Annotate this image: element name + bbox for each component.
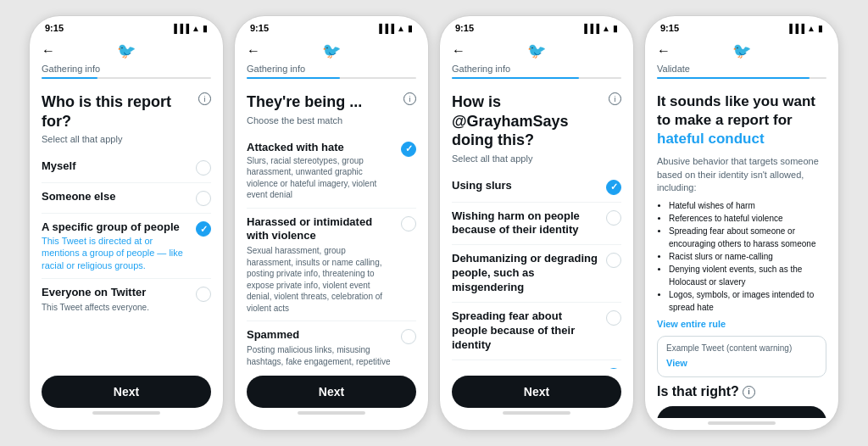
option-specific-group[interactable]: A specific group of people This Tweet is… [42, 214, 211, 279]
phone-header-1: ← 🐦 [30, 36, 223, 64]
wifi-icon-2: ▲ [397, 24, 405, 33]
progress-bar-fill-4 [657, 77, 810, 79]
page-title-2: They're being ... [247, 92, 362, 112]
section-label-4: Validate [657, 64, 826, 74]
info-icon-4[interactable]: i [743, 386, 755, 399]
signal-icon-4: ▐▐▐ [787, 24, 804, 33]
status-bar-4: 9:15 ▐▐▐ ▲ ▮ [645, 16, 838, 36]
time-3: 9:15 [455, 23, 474, 33]
view-rule-link[interactable]: View entire rule [657, 319, 826, 329]
option-someone-else[interactable]: Someone else [42, 183, 211, 214]
twitter-logo-2: 🐦 [322, 42, 341, 60]
progress-bar-fill-2 [247, 77, 340, 79]
bullet-item: Spreading fear about someone or encourag… [669, 225, 826, 250]
bullet-item: Racist slurs or name-calling [669, 250, 826, 263]
is-right-section: Is that right? i Yes, continue report No… [657, 384, 826, 418]
status-icons-2: ▐▐▐ ▲ ▮ [376, 24, 413, 33]
option-harassed[interactable]: Harassed or intimidated with violence Se… [247, 209, 416, 322]
option-spreading-fear[interactable]: Spreading fear about people because of t… [452, 303, 621, 360]
twitter-logo-4: 🐦 [732, 42, 751, 60]
section-label-3: Gathering info [452, 64, 621, 74]
battery-icon-2: ▮ [408, 24, 413, 33]
progress-bar-bg-3 [452, 77, 621, 79]
bullet-item: Denying violent events, such as the Holo… [669, 263, 826, 288]
back-button-2[interactable]: ← [247, 43, 260, 59]
back-button-4[interactable]: ← [657, 43, 670, 59]
yes-continue-button[interactable]: Yes, continue report [657, 406, 826, 418]
example-label: Example Tweet (content warning) [666, 343, 817, 353]
next-button-1[interactable]: Next [42, 376, 211, 408]
status-icons-1: ▐▐▐ ▲ ▮ [171, 24, 208, 33]
next-button-2[interactable]: Next [247, 376, 416, 408]
info-icon-2[interactable]: i [403, 92, 416, 105]
phone-2: 9:15 ▐▐▐ ▲ ▮ ← 🐦 Gathering info They're … [234, 15, 429, 431]
option-wishing-harm[interactable]: Wishing harm on people because of their … [452, 203, 621, 246]
home-indicator-4 [708, 421, 776, 425]
validate-title: It sounds like you want to make a report… [657, 92, 826, 148]
info-icon-1[interactable]: i [198, 92, 211, 105]
option-dehumanizing[interactable]: Dehumanizing or degrading people, such a… [452, 245, 621, 303]
phone-content-2: They're being ... i Choose the best matc… [235, 84, 428, 369]
twitter-logo-3: 🐦 [527, 42, 546, 60]
phones-container: 9:15 ▐▐▐ ▲ ▮ ← 🐦 Gathering info Who is t… [15, 2, 853, 444]
wifi-icon-3: ▲ [602, 24, 610, 33]
option-myself[interactable]: Myself [42, 153, 211, 183]
time-2: 9:15 [250, 23, 269, 33]
page-subtitle-3: Select all that apply [452, 153, 621, 164]
view-tweet-link[interactable]: View [666, 358, 687, 368]
option-everyone[interactable]: Everyone on Twitter This Tweet affects e… [42, 279, 211, 320]
phone-content-4: It sounds like you want to make a report… [645, 84, 838, 418]
phone-header-2: ← 🐦 [235, 36, 428, 64]
wifi-icon: ▲ [192, 24, 200, 33]
phone-1: 9:15 ▐▐▐ ▲ ▮ ← 🐦 Gathering info Who is t… [29, 15, 224, 431]
progress-bar-bg-1 [42, 77, 211, 79]
page-subtitle-2: Choose the best match [247, 115, 416, 125]
page-subtitle-1: Select all that apply [42, 134, 211, 144]
radio-someone-else [196, 191, 211, 206]
radio-spreading-fear [606, 310, 621, 326]
status-icons-4: ▐▐▐ ▲ ▮ [787, 24, 823, 33]
next-button-3[interactable]: Next [452, 376, 621, 408]
page-title-3: How is @GrayhamSays doing this? [452, 92, 609, 150]
radio-wishing-harm [606, 210, 621, 226]
phone-footer-2: Next [235, 369, 428, 430]
phone-footer-1: Next [30, 369, 223, 430]
section-label-1: Gathering info [42, 64, 211, 74]
status-bar-1: 9:15 ▐▐▐ ▲ ▮ [30, 16, 223, 36]
signal-icon-3: ▐▐▐ [581, 24, 599, 33]
option-attacked[interactable]: Attacked with hate Slurs, racial stereot… [247, 134, 416, 209]
signal-icon: ▐▐▐ [171, 24, 189, 33]
back-button-1[interactable]: ← [42, 43, 55, 59]
phone-header-4: ← 🐦 [645, 36, 838, 64]
phone-content-3: How is @GrayhamSays doing this? i Select… [440, 84, 633, 369]
progress-section-3: Gathering info [440, 64, 633, 84]
option-encouraging-harass[interactable]: Encouraging others to harass people base… [452, 360, 621, 369]
phone-content-1: Who is this report for? i Select all tha… [30, 84, 223, 369]
bullet-item: Hateful wishes of harm [669, 199, 826, 212]
progress-bar-bg-4 [657, 77, 826, 79]
home-indicator-3 [503, 411, 570, 415]
back-button-3[interactable]: ← [452, 43, 465, 59]
bullet-item: Logos, symbols, or images intended to sp… [669, 288, 826, 314]
radio-attacked [401, 142, 416, 157]
page-title-1: Who is this report for? [42, 92, 198, 131]
status-bar-3: 9:15 ▐▐▐ ▲ ▮ [440, 16, 633, 36]
info-icon-3[interactable]: i [609, 92, 621, 105]
signal-icon-2: ▐▐▐ [376, 24, 394, 33]
progress-section-1: Gathering info [30, 64, 223, 84]
progress-bar-bg-2 [247, 77, 416, 79]
battery-icon-3: ▮ [613, 24, 618, 33]
option-spammed[interactable]: Spammed Posting malicious links, misusin… [247, 321, 416, 369]
phone-4: 9:15 ▐▐▐ ▲ ▮ ← 🐦 Validate It sounds like… [644, 15, 839, 431]
status-icons-3: ▐▐▐ ▲ ▮ [581, 24, 618, 33]
radio-everyone [196, 287, 211, 302]
progress-section-2: Gathering info [235, 64, 428, 84]
hateful-span: hateful conduct [657, 131, 765, 147]
radio-myself [196, 160, 211, 176]
phone-footer-3: Next [440, 369, 633, 430]
progress-bar-fill-3 [452, 77, 579, 79]
option-slurs[interactable]: Using slurs [452, 172, 621, 203]
section-label-2: Gathering info [247, 64, 416, 74]
bullet-item: References to hateful violence [669, 212, 826, 225]
radio-specific-group [196, 221, 211, 237]
